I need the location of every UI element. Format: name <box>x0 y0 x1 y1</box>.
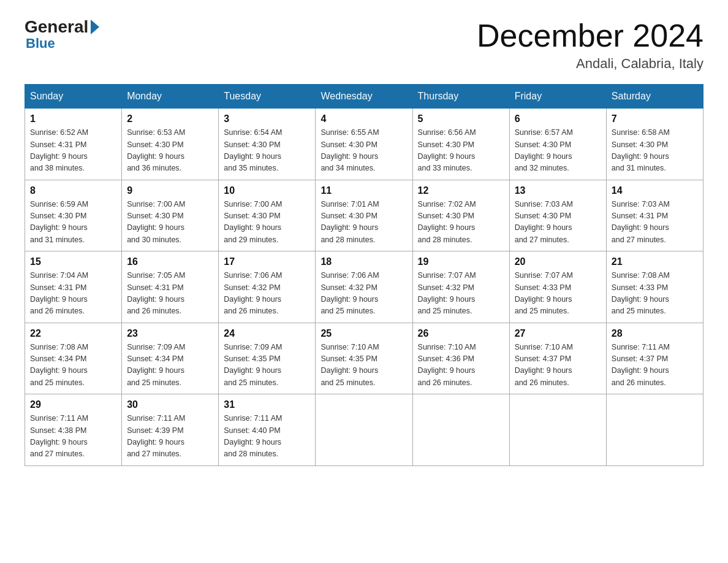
day-info: Sunrise: 7:02 AMSunset: 4:30 PMDaylight:… <box>418 199 504 247</box>
day-info: Sunrise: 7:06 AMSunset: 4:32 PMDaylight:… <box>224 270 310 318</box>
day-number: 5 <box>418 113 504 124</box>
calendar-day-8: 8Sunrise: 6:59 AMSunset: 4:30 PMDaylight… <box>25 180 122 251</box>
calendar-header-monday: Monday <box>122 85 219 109</box>
calendar-table: SundayMondayTuesdayWednesdayThursdayFrid… <box>25 84 703 466</box>
day-info: Sunrise: 7:09 AMSunset: 4:35 PMDaylight:… <box>224 342 310 389</box>
calendar-day-22: 22Sunrise: 7:08 AMSunset: 4:34 PMDayligh… <box>25 323 122 394</box>
calendar-day-26: 26Sunrise: 7:10 AMSunset: 4:36 PMDayligh… <box>412 323 509 394</box>
calendar-day-21: 21Sunrise: 7:08 AMSunset: 4:33 PMDayligh… <box>606 251 703 323</box>
calendar-header-wednesday: Wednesday <box>316 85 412 109</box>
logo-arrow-icon <box>91 20 99 34</box>
day-number: 9 <box>127 185 213 196</box>
calendar-day-28: 28Sunrise: 7:11 AMSunset: 4:37 PMDayligh… <box>606 323 703 394</box>
day-number: 7 <box>612 113 698 124</box>
calendar-day-4: 4Sunrise: 6:55 AMSunset: 4:30 PMDaylight… <box>316 109 412 180</box>
day-info: Sunrise: 6:52 AMSunset: 4:31 PMDaylight:… <box>30 127 116 175</box>
day-info: Sunrise: 7:04 AMSunset: 4:31 PMDaylight:… <box>30 270 116 318</box>
calendar-header-saturday: Saturday <box>606 85 703 109</box>
day-number: 25 <box>320 328 407 339</box>
calendar-week-row: 8Sunrise: 6:59 AMSunset: 4:30 PMDaylight… <box>25 180 703 251</box>
day-number: 10 <box>224 185 310 196</box>
day-info: Sunrise: 7:03 AMSunset: 4:31 PMDaylight:… <box>612 199 698 247</box>
location-subtitle: Andali, Calabria, Italy <box>477 56 703 72</box>
calendar-day-13: 13Sunrise: 7:03 AMSunset: 4:30 PMDayligh… <box>509 180 606 251</box>
calendar-day-5: 5Sunrise: 6:56 AMSunset: 4:30 PMDaylight… <box>412 109 509 180</box>
calendar-day-2: 2Sunrise: 6:53 AMSunset: 4:30 PMDaylight… <box>122 109 219 180</box>
logo-general-text: General <box>25 18 88 36</box>
day-number: 29 <box>30 399 116 410</box>
calendar-week-row: 29Sunrise: 7:11 AMSunset: 4:38 PMDayligh… <box>25 394 703 466</box>
day-info: Sunrise: 7:11 AMSunset: 4:37 PMDaylight:… <box>612 342 698 389</box>
day-info: Sunrise: 7:08 AMSunset: 4:34 PMDaylight:… <box>30 342 116 389</box>
calendar-day-31: 31Sunrise: 7:11 AMSunset: 4:40 PMDayligh… <box>219 394 316 466</box>
day-number: 26 <box>418 328 504 339</box>
day-info: Sunrise: 6:53 AMSunset: 4:30 PMDaylight:… <box>127 127 213 175</box>
calendar-empty-cell <box>316 394 412 466</box>
calendar-week-row: 15Sunrise: 7:04 AMSunset: 4:31 PMDayligh… <box>25 251 703 323</box>
calendar-day-12: 12Sunrise: 7:02 AMSunset: 4:30 PMDayligh… <box>412 180 509 251</box>
logo: General Blue <box>25 18 99 50</box>
day-number: 23 <box>127 328 213 339</box>
calendar-day-23: 23Sunrise: 7:09 AMSunset: 4:34 PMDayligh… <box>122 323 219 394</box>
calendar-day-9: 9Sunrise: 7:00 AMSunset: 4:30 PMDaylight… <box>122 180 219 251</box>
logo-blue-text: Blue <box>25 37 99 50</box>
day-info: Sunrise: 6:56 AMSunset: 4:30 PMDaylight:… <box>418 127 504 175</box>
day-number: 13 <box>515 185 601 196</box>
day-number: 15 <box>30 256 116 267</box>
calendar-day-18: 18Sunrise: 7:06 AMSunset: 4:32 PMDayligh… <box>316 251 412 323</box>
calendar-day-14: 14Sunrise: 7:03 AMSunset: 4:31 PMDayligh… <box>606 180 703 251</box>
day-number: 27 <box>515 328 601 339</box>
day-number: 2 <box>127 113 213 124</box>
day-info: Sunrise: 7:11 AMSunset: 4:39 PMDaylight:… <box>127 413 213 461</box>
calendar-empty-cell <box>509 394 606 466</box>
day-number: 20 <box>515 256 601 267</box>
day-number: 4 <box>320 113 407 124</box>
day-number: 11 <box>320 185 407 196</box>
day-number: 16 <box>127 256 213 267</box>
calendar-day-20: 20Sunrise: 7:07 AMSunset: 4:33 PMDayligh… <box>509 251 606 323</box>
day-info: Sunrise: 7:00 AMSunset: 4:30 PMDaylight:… <box>224 199 310 247</box>
calendar-week-row: 1Sunrise: 6:52 AMSunset: 4:31 PMDaylight… <box>25 109 703 180</box>
calendar-day-27: 27Sunrise: 7:10 AMSunset: 4:37 PMDayligh… <box>509 323 606 394</box>
calendar-header-row: SundayMondayTuesdayWednesdayThursdayFrid… <box>25 85 703 109</box>
day-info: Sunrise: 7:09 AMSunset: 4:34 PMDaylight:… <box>127 342 213 389</box>
day-number: 1 <box>30 113 116 124</box>
day-number: 28 <box>612 328 698 339</box>
day-info: Sunrise: 7:08 AMSunset: 4:33 PMDaylight:… <box>612 270 698 318</box>
day-info: Sunrise: 7:07 AMSunset: 4:32 PMDaylight:… <box>418 270 504 318</box>
day-info: Sunrise: 7:10 AMSunset: 4:37 PMDaylight:… <box>515 342 601 389</box>
title-section: December 2024 Andali, Calabria, Italy <box>477 18 703 72</box>
calendar-header-friday: Friday <box>509 85 606 109</box>
calendar-day-16: 16Sunrise: 7:05 AMSunset: 4:31 PMDayligh… <box>122 251 219 323</box>
calendar-day-6: 6Sunrise: 6:57 AMSunset: 4:30 PMDaylight… <box>509 109 606 180</box>
day-info: Sunrise: 7:07 AMSunset: 4:33 PMDaylight:… <box>515 270 601 318</box>
calendar-day-19: 19Sunrise: 7:07 AMSunset: 4:32 PMDayligh… <box>412 251 509 323</box>
day-info: Sunrise: 7:11 AMSunset: 4:40 PMDaylight:… <box>224 413 310 461</box>
day-number: 22 <box>30 328 116 339</box>
day-info: Sunrise: 6:59 AMSunset: 4:30 PMDaylight:… <box>30 199 116 247</box>
day-info: Sunrise: 6:54 AMSunset: 4:30 PMDaylight:… <box>224 127 310 175</box>
calendar-day-7: 7Sunrise: 6:58 AMSunset: 4:30 PMDaylight… <box>606 109 703 180</box>
day-info: Sunrise: 7:06 AMSunset: 4:32 PMDaylight:… <box>320 270 407 318</box>
calendar-empty-cell <box>412 394 509 466</box>
day-number: 6 <box>515 113 601 124</box>
calendar-day-1: 1Sunrise: 6:52 AMSunset: 4:31 PMDaylight… <box>25 109 122 180</box>
page-header: General Blue December 2024 Andali, Calab… <box>25 18 703 72</box>
calendar-day-10: 10Sunrise: 7:00 AMSunset: 4:30 PMDayligh… <box>219 180 316 251</box>
day-number: 3 <box>224 113 310 124</box>
day-info: Sunrise: 7:03 AMSunset: 4:30 PMDaylight:… <box>515 199 601 247</box>
calendar-week-row: 22Sunrise: 7:08 AMSunset: 4:34 PMDayligh… <box>25 323 703 394</box>
day-info: Sunrise: 7:05 AMSunset: 4:31 PMDaylight:… <box>127 270 213 318</box>
day-number: 14 <box>612 185 698 196</box>
calendar-day-11: 11Sunrise: 7:01 AMSunset: 4:30 PMDayligh… <box>316 180 412 251</box>
calendar-header-thursday: Thursday <box>412 85 509 109</box>
calendar-header-sunday: Sunday <box>25 85 122 109</box>
calendar-day-17: 17Sunrise: 7:06 AMSunset: 4:32 PMDayligh… <box>219 251 316 323</box>
calendar-day-3: 3Sunrise: 6:54 AMSunset: 4:30 PMDaylight… <box>219 109 316 180</box>
day-info: Sunrise: 7:01 AMSunset: 4:30 PMDaylight:… <box>320 199 407 247</box>
month-title: December 2024 <box>477 18 703 53</box>
calendar-day-29: 29Sunrise: 7:11 AMSunset: 4:38 PMDayligh… <box>25 394 122 466</box>
calendar-empty-cell <box>606 394 703 466</box>
day-info: Sunrise: 7:10 AMSunset: 4:36 PMDaylight:… <box>418 342 504 389</box>
calendar-header-tuesday: Tuesday <box>219 85 316 109</box>
